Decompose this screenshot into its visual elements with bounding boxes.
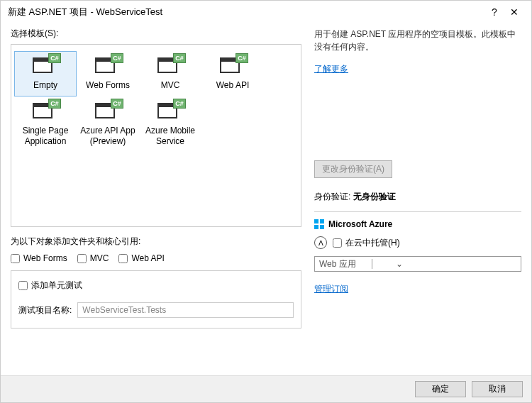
azure-heading: Microsoft Azure [314,219,521,229]
template-item[interactable]: C#Azure API App (Preview) [77,97,138,152]
ref-webforms-checkbox[interactable]: Web Forms [11,253,67,263]
template-label: Empty [33,80,57,92]
template-item[interactable]: C#Single Page Application [15,97,76,152]
collapse-icon[interactable]: ᐱ [314,236,327,249]
template-label: Web API [216,80,249,92]
template-icon: C# [31,100,60,123]
ref-mvc-checkbox[interactable]: MVC [77,253,109,263]
learn-more-link[interactable]: 了解更多 [314,63,521,75]
template-item[interactable]: C#MVC [140,52,201,96]
window-title: 新建 ASP.NET 项目 - WebServiceTest [8,6,484,18]
change-auth-button[interactable]: 更改身份验证(A) [314,160,392,178]
template-icon: C# [94,100,122,123]
template-label: Azure Mobile Service [141,126,199,148]
ref-webapi-checkbox[interactable]: Web API [118,253,164,263]
test-project-name-input[interactable] [77,302,294,318]
close-button[interactable]: ✕ [504,6,524,18]
add-unit-test-checkbox[interactable]: 添加单元测试 [18,280,82,292]
template-item[interactable]: C#Azure Mobile Service [140,97,201,152]
ok-button[interactable]: 确定 [415,381,466,397]
references-label: 为以下对象添加文件夹和核心引用: [11,236,301,248]
cancel-button[interactable]: 取消 [472,381,523,397]
dialog-footer: 确定 取消 [1,375,531,402]
help-button[interactable]: ? [484,6,504,18]
template-icon: C# [94,55,122,77]
test-project-name-label: 测试项目名称: [18,304,72,316]
template-item[interactable]: C#Web API [202,52,263,96]
template-label: Web Forms [86,80,130,92]
template-item[interactable]: C#Empty [15,52,76,96]
template-label: Single Page Application [16,126,74,148]
template-icon: C# [156,100,184,123]
windows-icon [314,219,324,229]
host-in-cloud-checkbox[interactable]: 在云中托管(H) [333,237,400,249]
manage-subscription-link[interactable]: 管理订阅 [314,283,348,295]
template-list: C#EmptyC#Web FormsC#MVCC#Web APIC#Single… [11,44,301,227]
template-label: MVC [161,80,180,92]
template-icon: C# [218,55,247,77]
template-description: 用于创建 ASP.NET 应用程序的空项目模板。此模板中没有任何内容。 [314,28,521,56]
templates-label: 选择模板(S): [11,28,301,40]
template-item[interactable]: C#Web Forms [77,52,138,96]
template-label: Azure API App (Preview) [79,126,137,148]
auth-status: 身份验证: 无身份验证 [314,191,521,203]
divider [314,211,521,212]
template-icon: C# [156,55,184,77]
unit-test-group: 添加单元测试 测试项目名称: [11,270,301,329]
azure-type-combo[interactable]: Web 应用⌄ [314,256,521,272]
titlebar: 新建 ASP.NET 项目 - WebServiceTest ? ✕ [1,1,531,23]
template-icon: C# [31,55,60,77]
chevron-down-icon: ⌄ [372,259,428,269]
